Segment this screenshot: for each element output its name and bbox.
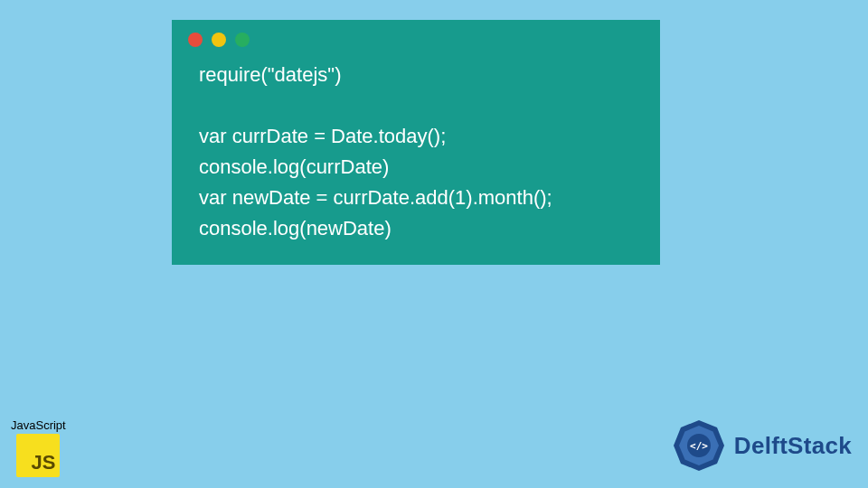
delftstack-logo-icon: </>: [673, 419, 725, 472]
code-line: var currDate = Date.today();: [199, 125, 446, 147]
delftstack-brand: </> DelftStack: [673, 419, 852, 472]
javascript-logo-text: JS: [31, 451, 55, 474]
close-icon: [188, 33, 203, 47]
javascript-logo-icon: JS: [16, 434, 60, 477]
javascript-badge: JavaScript JS: [11, 418, 66, 477]
delftstack-name: DelftStack: [734, 432, 852, 460]
code-line: var newDate = currDate.add(1).month();: [199, 186, 552, 209]
minimize-icon: [212, 33, 226, 47]
window-titlebar: [172, 20, 660, 54]
delftstack-glyph: </>: [690, 440, 708, 452]
code-window: require("datejs") var currDate = Date.to…: [172, 20, 660, 265]
code-line: console.log(currDate): [199, 155, 389, 178]
javascript-label: JavaScript: [11, 418, 66, 432]
maximize-icon: [235, 33, 250, 47]
code-line: console.log(newDate): [199, 217, 392, 239]
code-block: require("datejs") var currDate = Date.to…: [172, 54, 660, 245]
code-line: require("datejs"): [199, 63, 341, 86]
